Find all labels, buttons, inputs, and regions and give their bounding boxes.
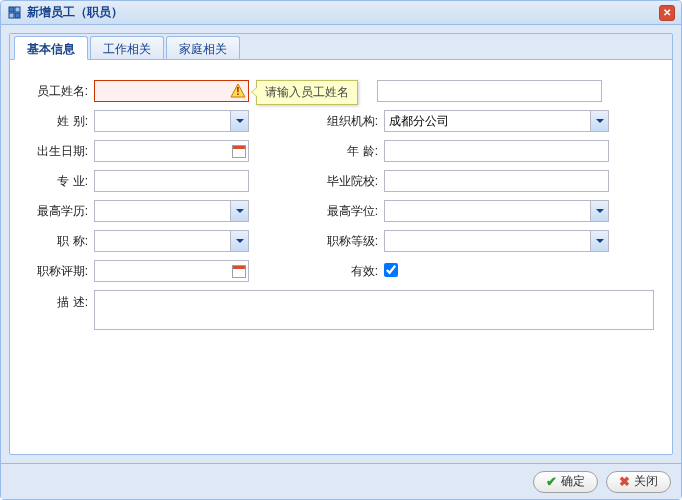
gender-input[interactable] (95, 112, 230, 130)
name-input[interactable] (94, 80, 249, 102)
chevron-down-icon[interactable] (590, 111, 608, 131)
calendar-icon[interactable] (230, 141, 248, 161)
label-title-date: 职称评期: (22, 260, 94, 282)
label-gender: 姓 别: (22, 110, 94, 132)
title-level-combo[interactable] (384, 230, 609, 252)
window-title: 新增员工（职员） (27, 4, 123, 21)
title-date-input[interactable] (95, 262, 230, 280)
warning-icon: ! (230, 83, 246, 99)
tab-panel: 基本信息 工作相关 家庭相关 员工姓名: ! 请输入员工姓名 (9, 33, 673, 455)
desc-textarea[interactable] (94, 290, 654, 330)
label-org: 组织机构: (284, 110, 384, 132)
tab-family-related[interactable]: 家庭相关 (166, 36, 240, 59)
chevron-down-icon[interactable] (590, 231, 608, 251)
title-date-field[interactable] (94, 260, 249, 282)
window-close-button[interactable]: ✕ (659, 5, 675, 21)
label-edu: 最高学历: (22, 200, 94, 222)
org-combo[interactable] (384, 110, 609, 132)
chevron-down-icon[interactable] (230, 231, 248, 251)
degree-combo[interactable] (384, 200, 609, 222)
label-valid: 有效: (284, 260, 384, 282)
org-input[interactable] (385, 112, 590, 130)
tab-work-related[interactable]: 工作相关 (90, 36, 164, 59)
svg-rect-3 (15, 13, 20, 18)
edu-combo[interactable] (94, 200, 249, 222)
name-extra-input[interactable] (377, 80, 602, 102)
gender-combo[interactable] (94, 110, 249, 132)
title-combo[interactable] (94, 230, 249, 252)
validation-tooltip: 请输入员工姓名 (256, 80, 358, 105)
major-input[interactable] (94, 170, 249, 192)
window-icon (7, 5, 23, 21)
title-level-input[interactable] (385, 232, 590, 250)
label-school: 毕业院校: (284, 170, 384, 192)
svg-rect-2 (9, 13, 14, 18)
button-bar: ✔确定 ✖关闭 (1, 463, 681, 499)
label-age: 年 龄: (284, 140, 384, 162)
label-birth: 出生日期: (22, 140, 94, 162)
tab-strip: 基本信息 工作相关 家庭相关 (10, 34, 672, 60)
window-body: 基本信息 工作相关 家庭相关 员工姓名: ! 请输入员工姓名 (1, 25, 681, 463)
title-input[interactable] (95, 232, 230, 250)
calendar-icon[interactable] (230, 261, 248, 281)
chevron-down-icon[interactable] (230, 201, 248, 221)
titlebar[interactable]: 新增员工（职员） ✕ (1, 1, 681, 25)
close-button[interactable]: ✖关闭 (606, 471, 671, 493)
label-desc: 描 述: (22, 290, 94, 333)
birth-date-input[interactable] (95, 142, 230, 160)
tab-content-basic: 员工姓名: ! 请输入员工姓名 姓 别: (10, 60, 672, 353)
school-input[interactable] (384, 170, 609, 192)
tab-basic-info[interactable]: 基本信息 (14, 36, 88, 60)
chevron-down-icon[interactable] (590, 201, 608, 221)
age-input[interactable] (384, 140, 609, 162)
label-major: 专 业: (22, 170, 94, 192)
ok-button[interactable]: ✔确定 (533, 471, 598, 493)
birth-date-field[interactable] (94, 140, 249, 162)
svg-rect-1 (15, 7, 20, 12)
dialog-window: 新增员工（职员） ✕ 基本信息 工作相关 家庭相关 员工姓名: ! (0, 0, 682, 500)
close-icon: ✖ (619, 474, 630, 489)
svg-text:!: ! (236, 86, 239, 97)
degree-input[interactable] (385, 202, 590, 220)
label-name: 员工姓名: (22, 80, 94, 102)
svg-rect-0 (9, 7, 14, 12)
label-title-level: 职称等级: (284, 230, 384, 252)
check-icon: ✔ (546, 474, 557, 489)
label-title: 职 称: (22, 230, 94, 252)
label-degree: 最高学位: (284, 200, 384, 222)
edu-input[interactable] (95, 202, 230, 220)
chevron-down-icon[interactable] (230, 111, 248, 131)
valid-checkbox[interactable] (384, 263, 398, 277)
